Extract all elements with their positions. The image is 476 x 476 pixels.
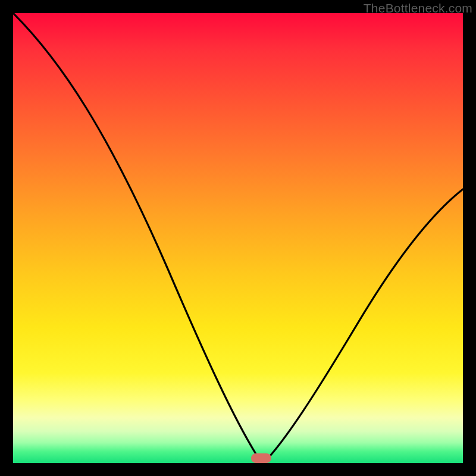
chart-plot-area	[13, 13, 463, 463]
watermark-text: TheBottleneck.com	[364, 1, 472, 15]
bottleneck-curve	[13, 13, 463, 463]
curve-path	[13, 13, 463, 459]
optimal-marker	[251, 453, 271, 463]
chart-frame: TheBottleneck.com	[0, 0, 476, 476]
